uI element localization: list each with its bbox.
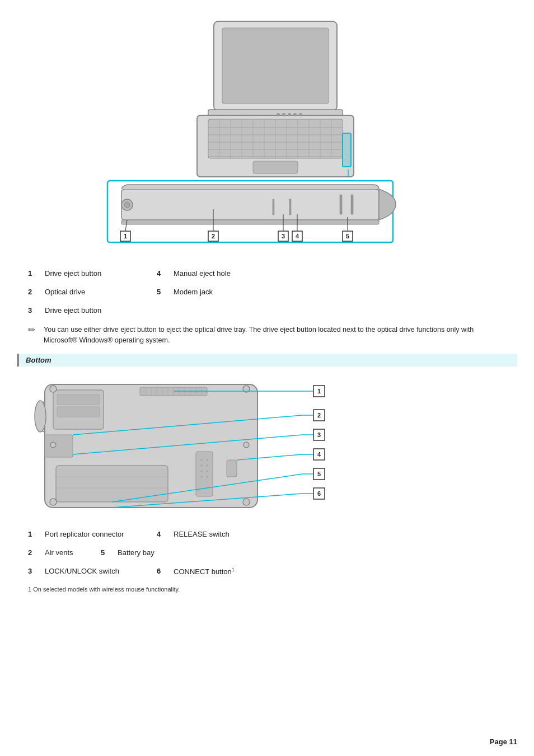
- svg-point-54: [35, 401, 46, 432]
- svg-point-65: [200, 464, 203, 467]
- label-row-2-5: 2 Optical drive 5 Modem jack: [28, 288, 506, 296]
- svg-text:3: 3: [282, 233, 285, 240]
- svg-rect-56: [57, 395, 100, 405]
- bottom-label-num-2: 2: [28, 548, 39, 557]
- svg-rect-51: [273, 199, 274, 215]
- svg-point-23: [282, 113, 285, 116]
- label-text-5: Modem jack: [174, 288, 263, 296]
- note-icon: ✏: [28, 325, 40, 335]
- svg-text:2: 2: [212, 233, 215, 240]
- svg-text:5: 5: [317, 471, 321, 477]
- bottom-label-text-2: Air vents: [45, 548, 90, 557]
- svg-point-66: [206, 464, 208, 467]
- bottom-labels-section: 1 Port replicator connector 4 RELEASE sw…: [17, 530, 517, 576]
- bottom-label-num-5: 5: [101, 548, 112, 557]
- note-box: ✏ You can use either drive eject button …: [28, 325, 506, 346]
- bottom-label-text-4: RELEASE switch: [174, 530, 263, 538]
- svg-point-68: [206, 470, 208, 472]
- svg-point-22: [277, 113, 280, 116]
- svg-text:6: 6: [317, 490, 321, 497]
- svg-point-73: [50, 499, 57, 505]
- label-num-1: 1: [28, 269, 39, 278]
- svg-text:1: 1: [317, 388, 321, 395]
- svg-rect-1: [222, 28, 329, 104]
- svg-point-64: [206, 459, 208, 461]
- laptop-top-svg: [158, 10, 376, 178]
- svg-text:3: 3: [317, 431, 321, 438]
- svg-point-71: [50, 386, 57, 392]
- bottom-label-row-3-6: 3 LOCK/UNLOCK switch 6 CONNECT button1: [28, 567, 506, 576]
- bottom-label-text-6: CONNECT button1: [174, 567, 263, 576]
- svg-point-63: [200, 459, 203, 461]
- label-num-4: 4: [157, 269, 168, 278]
- svg-rect-21: [253, 161, 298, 173]
- label-text-3: Drive eject button: [45, 306, 134, 314]
- bottom-label-num-1: 1: [28, 530, 39, 538]
- svg-point-70: [206, 476, 208, 478]
- label-num-3: 3: [28, 306, 39, 314]
- page-number: Page 11: [490, 738, 517, 746]
- svg-point-35: [124, 202, 130, 208]
- svg-rect-32: [340, 195, 342, 214]
- top-diagram: 1 2 3 4 5: [17, 10, 517, 258]
- svg-rect-52: [289, 199, 291, 215]
- bottom-label-text-5: Battery bay: [118, 548, 207, 557]
- svg-rect-58: [45, 435, 73, 457]
- bottom-label-row-1-4: 1 Port replicator connector 4 RELEASE sw…: [28, 530, 506, 538]
- label-text-2: Optical drive: [45, 288, 134, 296]
- label-num-2: 2: [28, 288, 39, 296]
- svg-point-24: [288, 113, 291, 116]
- footnote-superscript: 1: [232, 567, 235, 572]
- label-num-5: 5: [157, 288, 168, 296]
- svg-rect-33: [351, 195, 353, 214]
- svg-text:5: 5: [346, 233, 349, 240]
- side-view-svg: 1 2 3 4 5: [105, 178, 429, 256]
- bottom-label-row-2-5: 2 Air vents 5 Battery bay: [28, 548, 506, 557]
- svg-text:4: 4: [317, 451, 321, 458]
- bottom-label-text-1: Port replicator connector: [45, 530, 134, 538]
- svg-text:2: 2: [317, 412, 321, 419]
- label-text-4: Manual eject hole: [174, 269, 263, 278]
- bottom-label-num-3: 3: [28, 567, 39, 575]
- footnote: 1 On selected models with wireless mouse…: [28, 586, 506, 593]
- svg-point-75: [50, 442, 56, 448]
- svg-text:4: 4: [296, 233, 299, 240]
- top-labels-section: 1 Drive eject button 4 Manual eject hole…: [17, 269, 517, 314]
- bottom-diagram: 1 2 3 4 5 6: [28, 373, 517, 519]
- bottom-section-header: Bottom: [17, 354, 517, 367]
- side-view-diagram: 1 2 3 4 5: [105, 178, 429, 258]
- svg-point-67: [200, 470, 203, 472]
- svg-point-69: [200, 476, 203, 478]
- page-container: 1 2 3 4 5: [0, 0, 534, 756]
- svg-text:1: 1: [124, 233, 127, 240]
- svg-rect-31: [121, 220, 379, 224]
- note-text: You can use either drive eject button to…: [44, 325, 506, 346]
- svg-rect-57: [57, 407, 100, 417]
- bottom-label-num-6: 6: [157, 567, 168, 575]
- label-row-3: 3 Drive eject button: [28, 306, 506, 314]
- svg-rect-89: [227, 460, 237, 477]
- label-text-1: Drive eject button: [45, 269, 134, 278]
- svg-point-26: [299, 113, 302, 116]
- svg-point-74: [243, 499, 250, 505]
- bottom-label-text-3: LOCK/UNLOCK switch: [45, 567, 134, 575]
- svg-rect-27: [343, 133, 351, 167]
- label-row-1-4: 1 Drive eject button 4 Manual eject hole: [28, 269, 506, 278]
- svg-point-76: [243, 442, 249, 448]
- svg-point-25: [293, 113, 297, 116]
- bottom-label-num-4: 4: [157, 530, 168, 538]
- bottom-view-svg: 1 2 3 4 5 6: [28, 373, 353, 519]
